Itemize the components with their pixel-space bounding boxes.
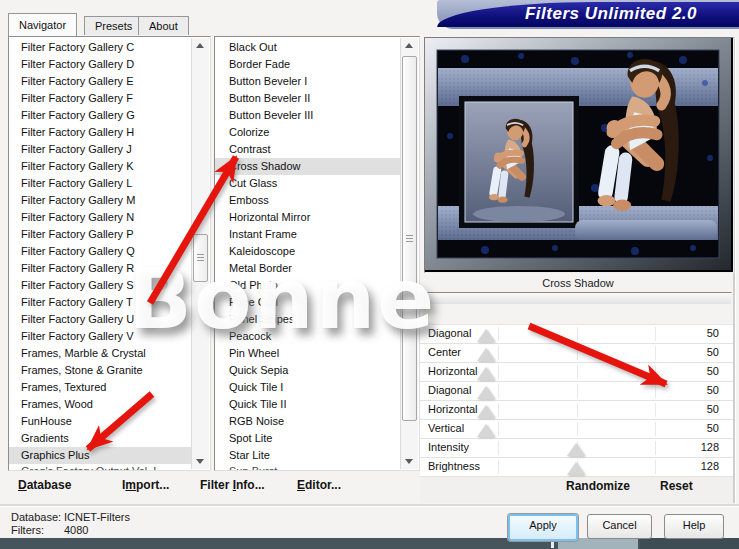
list-item[interactable]: Cross Shadow <box>215 158 401 175</box>
database-button[interactable]: Database <box>18 478 71 492</box>
list-item[interactable]: Emboss <box>215 192 401 209</box>
slider-value: 50 <box>707 422 719 434</box>
list-item[interactable]: Button Beveler III <box>215 107 401 124</box>
slider-row[interactable]: Center50 <box>420 344 733 363</box>
slider-thumb[interactable] <box>477 329 495 342</box>
slider-row[interactable]: Diagonal50 <box>420 382 733 401</box>
list-item[interactable]: Kaleidoscope <box>215 243 401 260</box>
list-item[interactable]: Star Lite <box>215 447 401 464</box>
filter-info-button[interactable]: Filter Info... <box>200 478 265 492</box>
list-item[interactable]: Black Out <box>215 39 401 56</box>
list-item-partial[interactable]: Greg's Factory Output Vol. I <box>9 464 192 470</box>
scroll-down-icon[interactable] <box>401 453 418 469</box>
preview-box[interactable] <box>424 37 734 273</box>
list-item[interactable]: Filter Factory Gallery F <box>9 90 192 107</box>
list-item[interactable]: Filter Factory Gallery M <box>9 192 192 209</box>
list-item[interactable]: Button Beveler I <box>215 73 401 90</box>
list-item[interactable]: Filter Factory Gallery H <box>9 124 192 141</box>
slider-tick <box>655 460 656 474</box>
left-scrollbar-thumb[interactable] <box>193 234 208 282</box>
list-item[interactable]: Filter Factory Gallery C <box>9 39 192 56</box>
slider-thumb[interactable] <box>477 405 495 418</box>
tab-navigator[interactable]: Navigator <box>8 13 77 36</box>
list-item[interactable]: Contrast <box>215 141 401 158</box>
list-item-partial[interactable]: Sun Burst <box>215 464 401 470</box>
list-item[interactable]: Panel Stripes <box>215 311 401 328</box>
list-item[interactable]: Gradients <box>9 430 192 447</box>
list-item[interactable]: Horizontal Mirror <box>215 209 401 226</box>
list-item[interactable]: Filter Factory Gallery J <box>9 141 192 158</box>
scroll-up-icon[interactable] <box>192 38 209 54</box>
list-item[interactable]: Metal Border <box>215 260 401 277</box>
list-item[interactable]: Button Beveler II <box>215 90 401 107</box>
slider-row[interactable]: Vertical50 <box>420 420 733 439</box>
slider-row[interactable]: Brightness128 <box>420 458 733 477</box>
scroll-down-icon[interactable] <box>192 453 209 469</box>
list-item[interactable]: Old Photo <box>215 277 401 294</box>
list-item[interactable]: Pin Wheel <box>215 345 401 362</box>
editor-button[interactable]: Editor... <box>297 478 341 492</box>
list-item[interactable]: Frames, Wood <box>9 396 192 413</box>
list-item[interactable]: Filter Factory Gallery Q <box>9 243 192 260</box>
slider-row[interactable]: Horizontal50 <box>420 363 733 382</box>
list-item[interactable]: Filter Factory Gallery K <box>9 158 192 175</box>
list-item[interactable]: Page Curl <box>215 294 401 311</box>
list-item[interactable]: Quick Tile II <box>215 396 401 413</box>
list-item[interactable]: Filter Factory Gallery E <box>9 73 192 90</box>
list-item[interactable]: FunHouse <box>9 413 192 430</box>
slider-row[interactable]: Horizontal50 <box>420 401 733 420</box>
list-item[interactable]: Cut Glass <box>215 175 401 192</box>
slider-row[interactable]: Intensity128 <box>420 439 733 458</box>
list-item[interactable]: Quick Sepia <box>215 362 401 379</box>
list-item[interactable]: Filter Factory Gallery L <box>9 175 192 192</box>
bottom-separator <box>0 504 739 507</box>
slider-thumb[interactable] <box>477 348 495 361</box>
slider-tick <box>577 346 578 360</box>
slider-tick <box>498 422 499 436</box>
list-item[interactable]: Graphics Plus <box>9 447 192 464</box>
list-item[interactable]: Filter Factory Gallery T <box>9 294 192 311</box>
import-button[interactable]: Import... <box>122 478 169 492</box>
tab-about[interactable]: About <box>138 16 189 35</box>
list-item[interactable]: Spot Lite <box>215 430 401 447</box>
slider-value: 50 <box>707 365 719 377</box>
list-item[interactable]: Instant Frame <box>215 226 401 243</box>
list-item[interactable]: Filter Factory Gallery D <box>9 56 192 73</box>
middle-list-scrollbar[interactable] <box>400 38 418 469</box>
slider-thumb[interactable] <box>477 367 495 380</box>
help-button[interactable]: Help <box>664 514 724 539</box>
apply-button[interactable]: Apply <box>508 514 578 541</box>
list-item[interactable]: Filter Factory Gallery U <box>9 311 192 328</box>
preview-image <box>425 38 731 270</box>
list-item[interactable]: Filter Factory Gallery V <box>9 328 192 345</box>
randomize-button[interactable]: Randomize <box>566 479 630 493</box>
filter-list[interactable]: Black OutBorder FadeButton Beveler IButt… <box>214 36 420 471</box>
slider-tick <box>498 365 499 379</box>
list-item[interactable]: Filter Factory Gallery P <box>9 226 192 243</box>
list-item[interactable]: Frames, Textured <box>9 379 192 396</box>
reset-button[interactable]: Reset <box>660 479 693 493</box>
list-item[interactable]: Filter Factory Gallery G <box>9 107 192 124</box>
filter-group-list[interactable]: Filter Factory Gallery CFilter Factory G… <box>8 36 211 471</box>
list-item[interactable]: Quick Tile I <box>215 379 401 396</box>
slider-row[interactable]: Diagonal50 <box>420 325 733 344</box>
list-item[interactable]: Filter Factory Gallery R <box>9 260 192 277</box>
list-item[interactable]: Peacock <box>215 328 401 345</box>
tab-presets[interactable]: Presets <box>84 16 143 35</box>
slider-thumb[interactable] <box>567 443 585 456</box>
slider-thumb[interactable] <box>477 386 495 399</box>
list-item[interactable]: Filter Factory Gallery S <box>9 277 192 294</box>
list-item[interactable]: Colorize <box>215 124 401 141</box>
list-item[interactable]: Filter Factory Gallery N <box>9 209 192 226</box>
list-item[interactable]: Border Fade <box>215 56 401 73</box>
middle-scrollbar-thumb[interactable] <box>402 56 417 421</box>
list-item[interactable]: RGB Noise <box>215 413 401 430</box>
slider-thumb[interactable] <box>567 462 585 475</box>
cancel-button[interactable]: Cancel <box>587 514 652 539</box>
slider-tick <box>655 365 656 379</box>
list-item[interactable]: Frames, Marble & Crystal <box>9 345 192 362</box>
scroll-up-icon[interactable] <box>401 38 418 54</box>
slider-thumb[interactable] <box>477 424 495 437</box>
list-item[interactable]: Frames, Stone & Granite <box>9 362 192 379</box>
left-list-scrollbar[interactable] <box>191 38 209 469</box>
